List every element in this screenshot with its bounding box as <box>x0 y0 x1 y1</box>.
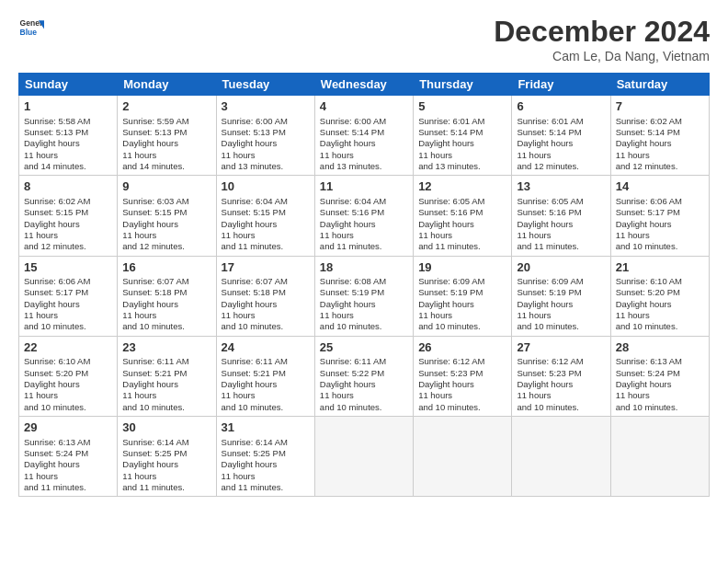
col-thursday: Thursday <box>414 74 512 96</box>
cell-content: Sunrise: 6:08 AMSunset: 5:19 PMDaylight … <box>320 276 408 333</box>
title-section: December 2024 Cam Le, Da Nang, Vietnam <box>494 15 710 63</box>
table-row: 29Sunrise: 6:13 AMSunset: 5:24 PMDayligh… <box>19 417 118 497</box>
cell-content: Sunrise: 6:09 AMSunset: 5:19 PMDaylight … <box>517 276 605 333</box>
table-row: 8Sunrise: 6:02 AMSunset: 5:15 PMDaylight… <box>19 176 118 256</box>
week-row-4: 22Sunrise: 6:10 AMSunset: 5:20 PMDayligh… <box>19 336 710 416</box>
day-number: 12 <box>418 178 506 195</box>
table-row: 27Sunrise: 6:12 AMSunset: 5:23 PMDayligh… <box>512 336 610 416</box>
table-row: 10Sunrise: 6:04 AMSunset: 5:15 PMDayligh… <box>216 176 314 256</box>
day-number: 21 <box>616 259 704 276</box>
cell-content: Sunrise: 6:07 AMSunset: 5:18 PMDaylight … <box>222 276 310 333</box>
table-row: 19Sunrise: 6:09 AMSunset: 5:19 PMDayligh… <box>414 256 512 336</box>
table-row: 12Sunrise: 6:05 AMSunset: 5:16 PMDayligh… <box>414 176 512 256</box>
table-row: 15Sunrise: 6:06 AMSunset: 5:17 PMDayligh… <box>19 256 118 336</box>
col-tuesday: Tuesday <box>216 74 314 96</box>
table-row: 31Sunrise: 6:14 AMSunset: 5:25 PMDayligh… <box>216 417 314 497</box>
table-row: 28Sunrise: 6:13 AMSunset: 5:24 PMDayligh… <box>610 336 709 416</box>
day-number: 6 <box>517 98 605 115</box>
cell-content: Sunrise: 6:13 AMSunset: 5:24 PMDaylight … <box>24 437 112 494</box>
day-number: 17 <box>222 259 310 276</box>
cell-content: Sunrise: 6:11 AMSunset: 5:21 PMDaylight … <box>222 356 310 413</box>
cell-content: Sunrise: 6:14 AMSunset: 5:25 PMDaylight … <box>222 437 310 494</box>
day-number: 29 <box>24 419 112 436</box>
day-number: 23 <box>122 339 210 356</box>
cell-content: Sunrise: 6:07 AMSunset: 5:18 PMDaylight … <box>122 276 210 333</box>
table-row <box>512 417 610 497</box>
cell-content: Sunrise: 6:11 AMSunset: 5:21 PMDaylight … <box>122 356 210 413</box>
table-row: 21Sunrise: 6:10 AMSunset: 5:20 PMDayligh… <box>610 256 709 336</box>
day-number: 28 <box>616 339 704 356</box>
table-row: 18Sunrise: 6:08 AMSunset: 5:19 PMDayligh… <box>314 256 413 336</box>
day-number: 30 <box>122 419 210 436</box>
cell-content: Sunrise: 6:10 AMSunset: 5:20 PMDaylight … <box>24 356 112 413</box>
day-number: 4 <box>320 98 408 115</box>
day-number: 16 <box>122 259 210 276</box>
day-number: 26 <box>418 339 506 356</box>
cell-content: Sunrise: 6:01 AMSunset: 5:14 PMDaylight … <box>517 116 605 173</box>
cell-content: Sunrise: 6:05 AMSunset: 5:16 PMDaylight … <box>418 196 506 253</box>
cell-content: Sunrise: 6:13 AMSunset: 5:24 PMDaylight … <box>616 356 704 413</box>
cell-content: Sunrise: 6:02 AMSunset: 5:14 PMDaylight … <box>616 116 704 173</box>
cell-content: Sunrise: 6:00 AMSunset: 5:14 PMDaylight … <box>320 116 408 173</box>
cell-content: Sunrise: 6:00 AMSunset: 5:13 PMDaylight … <box>222 116 310 173</box>
table-row <box>314 417 413 497</box>
day-number: 11 <box>320 178 408 195</box>
table-row: 4Sunrise: 6:00 AMSunset: 5:14 PMDaylight… <box>314 96 413 176</box>
month-title: December 2024 <box>494 15 710 49</box>
table-row: 14Sunrise: 6:06 AMSunset: 5:17 PMDayligh… <box>610 176 709 256</box>
table-row: 2Sunrise: 5:59 AMSunset: 5:13 PMDaylight… <box>118 96 216 176</box>
calendar-table: Sunday Monday Tuesday Wednesday Thursday… <box>18 73 710 497</box>
table-row: 26Sunrise: 6:12 AMSunset: 5:23 PMDayligh… <box>414 336 512 416</box>
cell-content: Sunrise: 6:06 AMSunset: 5:17 PMDaylight … <box>24 276 112 333</box>
logo: General Blue <box>18 15 44 40</box>
cell-content: Sunrise: 6:10 AMSunset: 5:20 PMDaylight … <box>616 276 704 333</box>
day-number: 10 <box>222 178 310 195</box>
day-number: 24 <box>222 339 310 356</box>
day-number: 1 <box>24 98 112 115</box>
cell-content: Sunrise: 6:04 AMSunset: 5:16 PMDaylight … <box>320 196 408 253</box>
table-row: 11Sunrise: 6:04 AMSunset: 5:16 PMDayligh… <box>314 176 413 256</box>
table-row <box>610 417 709 497</box>
day-number: 9 <box>122 178 210 195</box>
day-number: 22 <box>24 339 112 356</box>
cell-content: Sunrise: 6:02 AMSunset: 5:15 PMDaylight … <box>24 196 112 253</box>
table-row: 5Sunrise: 6:01 AMSunset: 5:14 PMDaylight… <box>414 96 512 176</box>
page: General Blue December 2024 Cam Le, Da Na… <box>0 0 728 563</box>
cell-content: Sunrise: 6:01 AMSunset: 5:14 PMDaylight … <box>418 116 506 173</box>
table-row: 23Sunrise: 6:11 AMSunset: 5:21 PMDayligh… <box>118 336 216 416</box>
header-row: Sunday Monday Tuesday Wednesday Thursday… <box>19 74 710 96</box>
day-number: 27 <box>517 339 605 356</box>
cell-content: Sunrise: 5:58 AMSunset: 5:13 PMDaylight … <box>24 116 112 173</box>
day-number: 2 <box>122 98 210 115</box>
cell-content: Sunrise: 6:11 AMSunset: 5:22 PMDaylight … <box>320 356 408 413</box>
week-row-3: 15Sunrise: 6:06 AMSunset: 5:17 PMDayligh… <box>19 256 710 336</box>
day-number: 18 <box>320 259 408 276</box>
cell-content: Sunrise: 6:05 AMSunset: 5:16 PMDaylight … <box>517 196 605 253</box>
cell-content: Sunrise: 6:14 AMSunset: 5:25 PMDaylight … <box>122 437 210 494</box>
table-row: 20Sunrise: 6:09 AMSunset: 5:19 PMDayligh… <box>512 256 610 336</box>
col-sunday: Sunday <box>19 74 118 96</box>
table-row: 7Sunrise: 6:02 AMSunset: 5:14 PMDaylight… <box>610 96 709 176</box>
table-row: 30Sunrise: 6:14 AMSunset: 5:25 PMDayligh… <box>118 417 216 497</box>
table-row: 17Sunrise: 6:07 AMSunset: 5:18 PMDayligh… <box>216 256 314 336</box>
header: General Blue December 2024 Cam Le, Da Na… <box>18 15 710 63</box>
col-saturday: Saturday <box>610 74 709 96</box>
week-row-2: 8Sunrise: 6:02 AMSunset: 5:15 PMDaylight… <box>19 176 710 256</box>
cell-content: Sunrise: 6:06 AMSunset: 5:17 PMDaylight … <box>616 196 704 253</box>
table-row: 24Sunrise: 6:11 AMSunset: 5:21 PMDayligh… <box>216 336 314 416</box>
cell-content: Sunrise: 5:59 AMSunset: 5:13 PMDaylight … <box>122 116 210 173</box>
col-wednesday: Wednesday <box>314 74 413 96</box>
week-row-5: 29Sunrise: 6:13 AMSunset: 5:24 PMDayligh… <box>19 417 710 497</box>
table-row: 22Sunrise: 6:10 AMSunset: 5:20 PMDayligh… <box>19 336 118 416</box>
col-monday: Monday <box>118 74 216 96</box>
day-number: 3 <box>222 98 310 115</box>
cell-content: Sunrise: 6:12 AMSunset: 5:23 PMDaylight … <box>517 356 605 413</box>
table-row: 16Sunrise: 6:07 AMSunset: 5:18 PMDayligh… <box>118 256 216 336</box>
day-number: 25 <box>320 339 408 356</box>
table-row: 6Sunrise: 6:01 AMSunset: 5:14 PMDaylight… <box>512 96 610 176</box>
table-row: 13Sunrise: 6:05 AMSunset: 5:16 PMDayligh… <box>512 176 610 256</box>
day-number: 14 <box>616 178 704 195</box>
day-number: 31 <box>222 419 310 436</box>
day-number: 13 <box>517 178 605 195</box>
table-row: 9Sunrise: 6:03 AMSunset: 5:15 PMDaylight… <box>118 176 216 256</box>
